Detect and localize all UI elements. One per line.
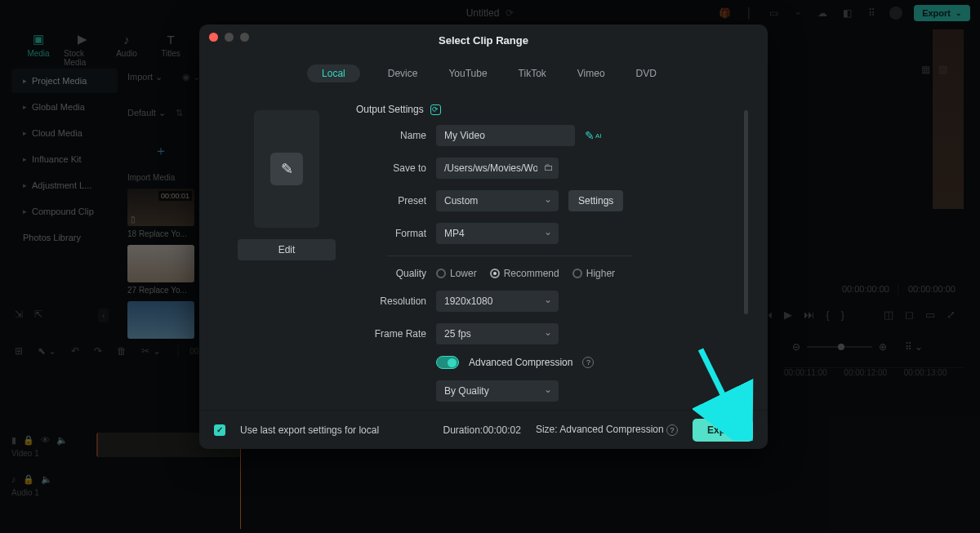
- folder-icon[interactable]: 🗀: [544, 162, 554, 173]
- use-last-settings-checkbox[interactable]: ✓: [214, 424, 225, 436]
- ai-rename-icon[interactable]: ✎AI: [585, 129, 602, 142]
- zoom-window-button[interactable]: [240, 33, 249, 42]
- minimize-window-button[interactable]: [225, 33, 234, 42]
- edit-thumbnail-button[interactable]: Edit: [238, 239, 336, 260]
- export-thumbnail: ✎: [254, 110, 319, 228]
- duration-readout: Duration:00:00:02: [443, 424, 520, 436]
- compression-mode-select[interactable]: By Quality: [436, 380, 559, 402]
- advanced-compression-label: Advanced Compression: [469, 357, 572, 368]
- advanced-compression-toggle[interactable]: [436, 356, 459, 369]
- refresh-settings-icon[interactable]: ⟳: [430, 104, 441, 115]
- scrollbar[interactable]: [744, 110, 748, 314]
- format-label: Format: [356, 228, 426, 239]
- quality-recommend-radio[interactable]: Recommend: [490, 268, 559, 279]
- export-button[interactable]: Export: [693, 419, 753, 442]
- name-label: Name: [356, 130, 426, 141]
- export-dialog: Select Clip Range Local Device YouTube T…: [199, 24, 768, 449]
- framerate-select[interactable]: 25 fps: [436, 323, 559, 344]
- preset-select[interactable]: Custom: [436, 190, 559, 211]
- dialog-title: Select Clip Range: [199, 24, 768, 51]
- tab-tiktok[interactable]: TikTok: [515, 64, 550, 82]
- window-controls: [209, 33, 249, 42]
- use-last-settings-label: Use last export settings for local: [240, 424, 379, 436]
- saveto-input[interactable]: [436, 158, 559, 179]
- close-window-button[interactable]: [209, 33, 218, 42]
- tab-device[interactable]: Device: [385, 64, 421, 82]
- quality-lower-radio[interactable]: Lower: [436, 268, 477, 279]
- preset-settings-button[interactable]: Settings: [568, 190, 623, 211]
- divider: [387, 255, 632, 256]
- help-icon[interactable]: ?: [666, 424, 678, 436]
- tab-local[interactable]: Local: [307, 64, 360, 82]
- tab-vimeo[interactable]: Vimeo: [574, 64, 608, 82]
- saveto-label: Save to: [356, 162, 426, 174]
- format-select[interactable]: MP4: [436, 223, 559, 244]
- name-input[interactable]: [436, 125, 575, 146]
- preset-label: Preset: [356, 195, 426, 207]
- resolution-select[interactable]: 1920x1080: [436, 291, 559, 312]
- help-icon[interactable]: ?: [582, 357, 594, 368]
- resolution-label: Resolution: [356, 295, 426, 307]
- pencil-icon: ✎: [270, 153, 303, 185]
- framerate-label: Frame Rate: [356, 328, 426, 340]
- size-readout: Size: Advanced Compression ?: [536, 424, 678, 436]
- tab-dvd[interactable]: DVD: [633, 64, 660, 82]
- quality-label: Quality: [356, 268, 426, 279]
- export-tabs: Local Device YouTube TikTok Vimeo DVD: [199, 51, 768, 91]
- tab-youtube[interactable]: YouTube: [445, 64, 490, 82]
- output-settings-heading: Output Settings ⟳: [356, 104, 750, 115]
- quality-higher-radio[interactable]: Higher: [572, 268, 615, 279]
